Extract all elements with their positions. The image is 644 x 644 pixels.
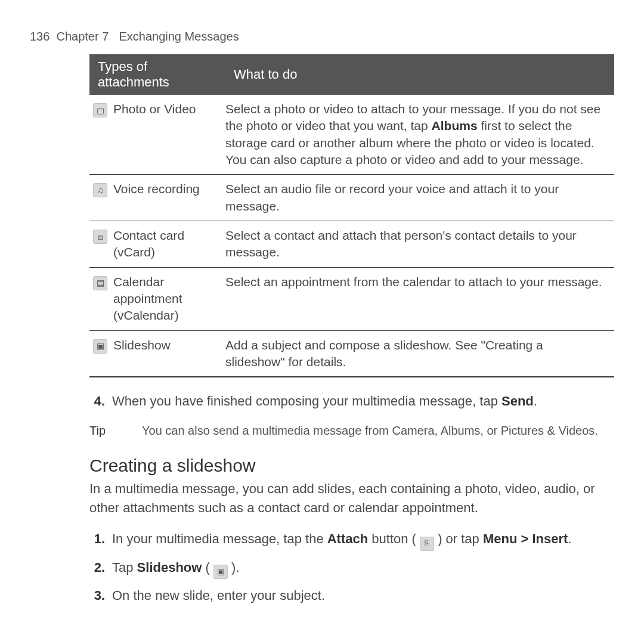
slideshow-icon: ▣ (93, 339, 107, 354)
tip-text: You can also send a multimedia message f… (142, 423, 614, 439)
table-row: ▤ Calendar appointment (vCalendar) Selec… (89, 267, 614, 330)
attachment-type-label: Calendar appointment (vCalendar) (113, 274, 217, 324)
step-4: 4. When you have finished composing your… (89, 392, 614, 411)
section-title: Creating a slideshow (89, 456, 614, 476)
attach-icon: ⎘ (420, 537, 434, 551)
page-number: 136 (30, 30, 49, 43)
voice-recording-icon: ♫ (93, 183, 107, 197)
table-row: ▣ Slideshow Add a subject and compose a … (89, 330, 614, 377)
attachments-table-wrap: Types of attachments What to do ▢ Photo … (89, 54, 614, 377)
step-text: In your multimedia message, tap the Atta… (112, 530, 572, 550)
attachment-type-label: Contact card (vCard) (113, 227, 217, 261)
tip-block: Tip You can also send a multimedia messa… (30, 423, 614, 439)
step-text: Tap Slideshow ( ▣ ). (112, 558, 240, 579)
table-header-types: Types of attachments (89, 54, 225, 95)
step-number: 1. (89, 530, 105, 550)
attachment-type-label: Photo or Video (113, 101, 196, 117)
step-text: On the new slide, enter your subject. (112, 586, 325, 605)
document-page: 136 Chapter 7 Exchanging Messages Types … (0, 0, 644, 605)
attachment-desc: Select a photo or video to attach to you… (225, 95, 614, 175)
attachment-type-label: Slideshow (113, 337, 171, 354)
calendar-icon: ▤ (93, 276, 107, 290)
table-row: ⧈ Contact card (vCard) Select a contact … (89, 221, 614, 268)
slideshow-small-icon: ▣ (213, 565, 228, 579)
page-header: 136 Chapter 7 Exchanging Messages (30, 30, 614, 44)
attachment-desc: Select a contact and attach that person'… (225, 221, 614, 268)
attachment-desc: Select an audio file or record your voic… (225, 175, 614, 221)
section-desc: In a multimedia message, you can add sli… (89, 479, 614, 518)
table-row: ▢ Photo or Video Select a photo or video… (89, 95, 614, 175)
attachment-desc: Add a subject and compose a slideshow. S… (225, 330, 614, 377)
step-number: 2. (89, 558, 105, 579)
attachments-table: Types of attachments What to do ▢ Photo … (89, 54, 614, 377)
step-text: When you have finished composing your mu… (112, 392, 537, 411)
list-item: 2. Tap Slideshow ( ▣ ). (89, 558, 614, 579)
table-row: ♫ Voice recording Select an audio file o… (89, 175, 614, 221)
list-item: 1. In your multimedia message, tap the A… (89, 530, 614, 550)
chapter-title: Exchanging Messages (119, 30, 239, 43)
photo-video-icon: ▢ (93, 103, 107, 117)
attachment-type-label: Voice recording (113, 181, 200, 197)
table-header-what: What to do (225, 54, 614, 95)
list-item: 3. On the new slide, enter your subject. (89, 586, 614, 605)
attachment-desc: Select an appointment from the calendar … (225, 267, 614, 330)
slideshow-steps: 1. In your multimedia message, tap the A… (89, 530, 614, 605)
step-number: 4. (89, 392, 105, 411)
contact-card-icon: ⧈ (93, 230, 107, 244)
chapter-label: Chapter 7 (57, 30, 109, 43)
tip-label: Tip (89, 423, 125, 439)
step-number: 3. (89, 586, 105, 605)
